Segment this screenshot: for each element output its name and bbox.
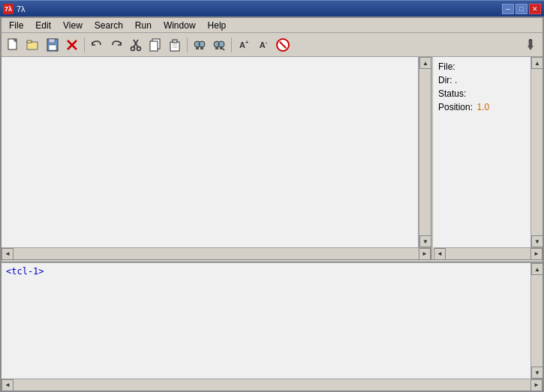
bottom-vscrollbar: ▲ ▼ [530, 263, 542, 379]
info-status-row: Status: [438, 87, 526, 100]
toolbar: A+ A- [2, 33, 542, 57]
editor-scroll-right[interactable]: ► [419, 248, 431, 260]
bottom-scroll-up[interactable]: ▲ [531, 263, 542, 275]
editor-pane[interactable] [2, 57, 419, 247]
close-button[interactable]: ✕ [529, 4, 541, 14]
menu-help[interactable]: Help [202, 19, 233, 32]
svg-rect-27 [215, 47, 218, 49]
dir-label: Dir: [438, 75, 452, 85]
svg-rect-15 [150, 41, 158, 51]
title-bar: 7λ 7λ ─ □ ✕ [0, 0, 544, 16]
menu-bar: File Edit View Search Run Window Help [2, 18, 542, 33]
main-split: ▲ ▼ ◄ ► File: [2, 57, 542, 259]
paste-button[interactable] [166, 36, 184, 54]
info-dir-row: Dir: . [438, 73, 526, 87]
svg-rect-0 [8, 39, 17, 49]
svg-rect-32 [529, 40, 532, 46]
menu-view[interactable]: View [57, 19, 89, 32]
info-scroll-up[interactable]: ▲ [531, 57, 542, 69]
info-hscrollbar: ◄ ► [434, 247, 542, 259]
editor-hscroll-track[interactable] [26, 250, 407, 258]
tcl-prompt: <tcl-1> [6, 266, 44, 277]
editor-hscrollbar: ◄ ► [2, 247, 431, 259]
new-button[interactable] [5, 36, 23, 54]
svg-rect-28 [220, 47, 223, 49]
cut-button[interactable] [127, 36, 145, 54]
svg-point-12 [131, 46, 135, 50]
file-label: File: [438, 61, 455, 72]
content-area: ▲ ▼ ◄ ► File: [2, 57, 542, 391]
svg-rect-7 [49, 45, 56, 50]
info-scroll-right[interactable]: ► [530, 248, 542, 260]
info-hscroll-track[interactable] [458, 250, 518, 258]
bottom-scroll-left[interactable]: ◄ [2, 379, 14, 391]
title-controls: ─ □ ✕ [502, 4, 541, 14]
font-increase-icon: A+ [239, 40, 248, 49]
editor-scroll-down[interactable]: ▼ [419, 235, 431, 247]
status-label: Status: [438, 88, 466, 99]
menu-window[interactable]: Window [158, 19, 202, 32]
bottom-scroll-track[interactable] [531, 275, 542, 367]
editor-scroll-track[interactable] [419, 69, 431, 235]
info-file-row: File: [438, 60, 526, 73]
info-scroll-track[interactable] [531, 69, 542, 235]
find-replace-button[interactable] [210, 36, 228, 54]
bottom-hscrollbar: ◄ ► [2, 379, 542, 391]
app-icon: 7λ [3, 4, 14, 14]
bottom-scroll-down[interactable]: ▼ [531, 367, 542, 379]
separator-2 [187, 37, 188, 52]
title-bar-left: 7λ 7λ [3, 4, 26, 14]
main-window: File Edit View Search Run Window Help [0, 16, 544, 392]
svg-point-13 [137, 46, 141, 50]
svg-rect-22 [196, 47, 199, 49]
bottom-panel: <tcl-1> ▲ ▼ ◄ ► [2, 262, 542, 391]
find-button[interactable] [191, 36, 209, 54]
redo-button[interactable] [107, 36, 125, 54]
title-text: 7λ [17, 4, 26, 13]
info-vscrollbar: ▲ ▼ [530, 57, 542, 247]
bottom-scroll-right[interactable]: ► [530, 379, 542, 391]
copy-button[interactable] [146, 36, 164, 54]
info-scroll-left[interactable]: ◄ [434, 248, 446, 260]
info-content: File: Dir: . Status: [434, 57, 530, 247]
menu-run[interactable]: Run [129, 19, 158, 32]
separator-3 [231, 37, 232, 52]
separator-1 [84, 37, 85, 52]
editor-vscrollbar: ▲ ▼ [419, 57, 431, 247]
editor-scroll-left[interactable]: ◄ [2, 248, 14, 260]
svg-rect-17 [173, 40, 177, 43]
undo-button[interactable] [88, 36, 106, 54]
open-button[interactable] [24, 36, 42, 54]
dir-dot: . [455, 75, 457, 85]
svg-rect-6 [49, 39, 55, 43]
info-scroll-down[interactable]: ▼ [531, 235, 542, 247]
editor-scroll-up[interactable]: ▲ [419, 57, 431, 69]
position-label: Position: [438, 102, 473, 112]
info-pane: File: Dir: . Status: [434, 57, 542, 259]
svg-marker-33 [527, 46, 533, 50]
font-increase-button[interactable]: A+ [235, 36, 253, 54]
editor-content [2, 57, 418, 247]
close-file-button[interactable] [63, 36, 81, 54]
bottom-content[interactable]: <tcl-1> [2, 263, 530, 379]
info-position-row: Position: 1.0 [438, 100, 526, 114]
menu-edit[interactable]: Edit [29, 19, 57, 32]
bottom-hscroll-track[interactable] [26, 382, 518, 389]
menu-search[interactable]: Search [89, 19, 129, 32]
maximize-button[interactable]: □ [515, 4, 527, 14]
svg-rect-23 [200, 47, 203, 49]
save-button[interactable] [44, 36, 62, 54]
minimize-button[interactable]: ─ [502, 4, 514, 14]
position-value: 1.0 [476, 102, 489, 112]
font-decrease-icon: A- [260, 40, 267, 49]
pin-button[interactable] [521, 36, 539, 54]
stop-button[interactable] [274, 36, 292, 54]
menu-file[interactable]: File [3, 19, 29, 32]
svg-rect-16 [170, 42, 179, 51]
font-decrease-button[interactable]: A- [254, 36, 272, 54]
svg-rect-4 [27, 40, 32, 43]
editor-section: ▲ ▼ ◄ ► [2, 57, 431, 259]
